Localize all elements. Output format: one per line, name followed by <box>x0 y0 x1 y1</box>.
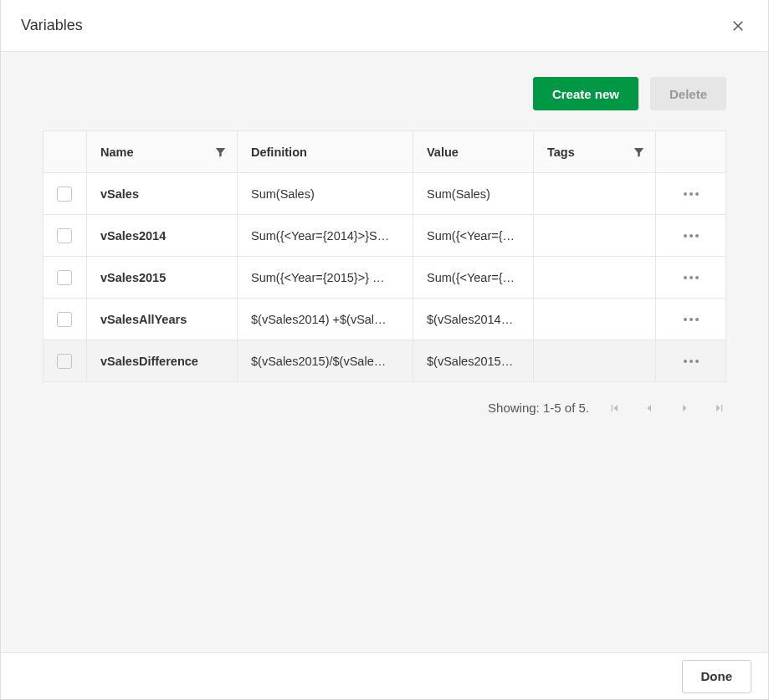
last-page-icon <box>713 401 726 415</box>
cell-value: $(vSales2015… <box>413 340 534 382</box>
row-checkbox-cell <box>44 299 87 340</box>
done-button[interactable]: Done <box>682 660 752 693</box>
column-label: Value <box>427 146 459 159</box>
cell-definition: Sum(Sales) <box>238 173 413 215</box>
column-header-actions <box>656 131 726 173</box>
dialog-body: Create new Delete Name Definition <box>1 52 768 652</box>
next-page-icon <box>678 401 691 415</box>
cell-actions <box>656 257 726 299</box>
column-header-name[interactable]: Name <box>87 131 238 173</box>
cell-name: vSalesDifference <box>87 340 238 382</box>
more-actions-icon[interactable] <box>669 299 712 340</box>
column-label: Tags <box>547 146 575 159</box>
dialog-header: Variables <box>1 0 768 52</box>
cell-tags <box>534 173 656 215</box>
action-bar: Create new Delete <box>43 52 726 130</box>
cell-value: Sum({<Year={… <box>413 257 534 299</box>
table-row[interactable]: vSales2015Sum({<Year={2015}>} …Sum({<Yea… <box>44 257 726 299</box>
cell-definition: $(vSales2015)/$(vSale… <box>238 340 413 382</box>
cell-tags <box>534 215 656 257</box>
more-actions-icon[interactable] <box>669 257 712 298</box>
row-checkbox[interactable] <box>57 312 72 327</box>
pager: Showing: 1-5 of 5. <box>43 382 726 415</box>
prev-page-icon <box>643 401 656 415</box>
variables-table: Name Definition Value Tags <box>43 130 726 382</box>
cell-tags <box>534 299 656 340</box>
column-header-value[interactable]: Value <box>413 131 534 173</box>
column-header-checkbox <box>44 131 87 173</box>
cell-actions <box>656 215 726 257</box>
table-row[interactable]: vSalesAllYears$(vSales2014) +$(vSal…$(vS… <box>44 299 726 340</box>
row-checkbox[interactable] <box>57 270 72 285</box>
more-actions-icon[interactable] <box>669 173 712 214</box>
cell-definition: $(vSales2014) +$(vSal… <box>238 299 413 340</box>
row-checkbox-cell <box>44 215 87 257</box>
pager-controls <box>608 401 726 415</box>
row-checkbox-cell <box>44 257 87 299</box>
dialog-title: Variables <box>21 17 83 34</box>
cell-actions <box>656 299 726 340</box>
column-label: Name <box>100 146 134 159</box>
delete-button: Delete <box>650 77 726 110</box>
cell-name: vSales <box>87 173 238 215</box>
variables-dialog: Variables Create new Delete Name <box>0 0 769 700</box>
cell-tags <box>534 257 656 299</box>
cell-name: vSales2014 <box>87 215 238 257</box>
cell-actions <box>656 340 726 382</box>
column-header-definition[interactable]: Definition <box>238 131 413 173</box>
cell-value: Sum(Sales) <box>413 173 534 215</box>
pager-status: Showing: 1-5 of 5. <box>488 401 589 415</box>
column-label: Definition <box>251 146 307 159</box>
row-checkbox[interactable] <box>57 228 72 243</box>
first-page-icon <box>608 401 621 415</box>
row-checkbox-cell <box>44 340 87 382</box>
cell-definition: Sum({<Year={2015}>} … <box>238 257 413 299</box>
more-actions-icon[interactable] <box>669 215 712 256</box>
cell-actions <box>656 173 726 215</box>
row-checkbox[interactable] <box>57 354 72 369</box>
filter-icon[interactable] <box>633 146 645 158</box>
cell-name: vSalesAllYears <box>87 299 238 340</box>
close-icon[interactable] <box>728 16 748 36</box>
row-checkbox[interactable] <box>57 186 72 202</box>
table-row[interactable]: vSalesDifference$(vSales2015)/$(vSale…$(… <box>44 340 726 382</box>
more-actions-icon[interactable] <box>669 340 712 381</box>
cell-value: Sum({<Year={… <box>413 215 534 257</box>
cell-value: $(vSales2014… <box>413 299 534 340</box>
table-row[interactable]: vSalesSum(Sales)Sum(Sales) <box>44 173 726 215</box>
table-row[interactable]: vSales2014Sum({<Year={2014}>}S…Sum({<Yea… <box>44 215 726 257</box>
column-header-tags[interactable]: Tags <box>534 131 656 173</box>
create-new-button[interactable]: Create new <box>533 77 638 110</box>
dialog-footer: Done <box>1 652 768 699</box>
cell-definition: Sum({<Year={2014}>}S… <box>238 215 413 257</box>
filter-icon[interactable] <box>214 146 227 158</box>
row-checkbox-cell <box>44 173 87 215</box>
table-header-row: Name Definition Value Tags <box>44 131 726 173</box>
cell-tags <box>534 340 656 382</box>
cell-name: vSales2015 <box>87 257 238 299</box>
